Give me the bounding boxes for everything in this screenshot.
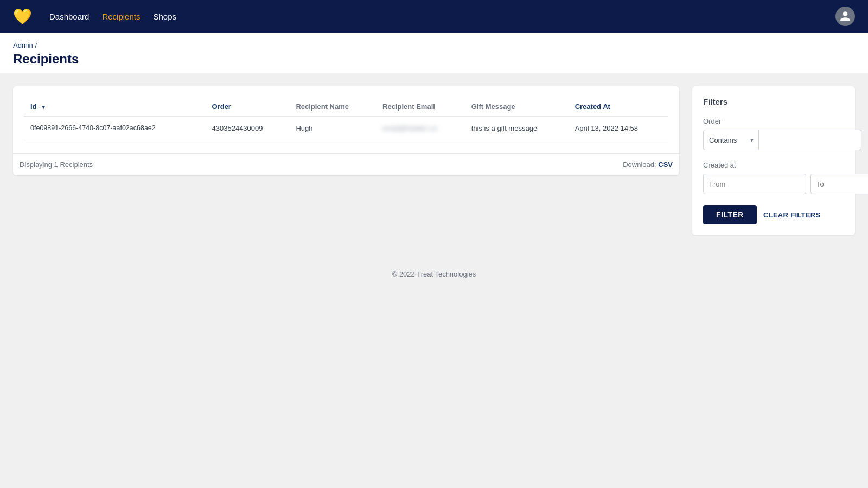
main-content: Id ▼ Order Recipient Name Recipient Emai… — [0, 73, 868, 248]
col-header-created-at[interactable]: Created At — [569, 97, 668, 117]
breadcrumb-separator: / — [35, 41, 37, 49]
navbar-left: 💛 Dashboard Recipients Shops — [13, 8, 176, 25]
filter-buttons: FILTER CLEAR FILTERS — [703, 205, 844, 224]
order-filter-select[interactable]: Contains Equals Starts with — [703, 130, 759, 150]
filter-section-order: Order Contains Equals Starts with ▼ — [703, 117, 844, 150]
page-footer: © 2022 Treat Technologies — [0, 248, 868, 300]
table-footer: Displaying 1 Recipients Download: CSV — [13, 153, 679, 175]
nav-link-dashboard[interactable]: Dashboard — [49, 12, 89, 21]
filter-select-wrapper: Contains Equals Starts with ▼ — [703, 130, 759, 150]
col-header-gift-message: Gift Message — [465, 97, 569, 117]
col-header-order[interactable]: Order — [206, 97, 290, 117]
page-title: Recipients — [13, 52, 855, 67]
breadcrumb-parent[interactable]: Admin — [13, 41, 33, 49]
col-header-recipient-email: Recipient Email — [376, 97, 465, 117]
table-row: 0fe09891-2666-4740-8c07-aaf02ac68ae2 430… — [24, 117, 668, 140]
nav-link-recipients[interactable]: Recipients — [102, 12, 140, 21]
csv-download-link[interactable]: CSV — [658, 160, 673, 169]
sort-icon: ▼ — [41, 104, 46, 110]
filter-date-row — [703, 174, 844, 194]
nav-link-shops[interactable]: Shops — [153, 12, 176, 21]
filter-created-at-label: Created at — [703, 161, 844, 169]
filter-to-input[interactable] — [810, 174, 868, 194]
order-filter-input[interactable] — [759, 130, 861, 150]
clear-filters-button[interactable]: CLEAR FILTERS — [763, 211, 821, 219]
cell-order: 4303524430009 — [206, 117, 290, 140]
filter-section-created-at: Created at — [703, 161, 844, 194]
col-header-recipient-name: Recipient Name — [289, 97, 376, 117]
recipients-table: Id ▼ Order Recipient Name Recipient Emai… — [24, 97, 668, 140]
cell-recipient-email: email@hidden.co — [376, 117, 465, 140]
download-section: Download: CSV — [623, 160, 673, 169]
blurred-email: email@hidden.co — [382, 124, 437, 132]
download-label: Download: — [623, 160, 656, 169]
filter-button[interactable]: FILTER — [703, 205, 757, 224]
filter-order-row: Contains Equals Starts with ▼ — [703, 130, 844, 150]
filter-from-input[interactable] — [703, 174, 806, 194]
footer-text: © 2022 Treat Technologies — [392, 270, 476, 278]
col-header-id[interactable]: Id ▼ — [24, 97, 206, 117]
navbar: 💛 Dashboard Recipients Shops — [0, 0, 868, 33]
filters-panel: Filters Order Contains Equals Starts wit… — [692, 86, 855, 235]
logo-icon: 💛 — [13, 8, 32, 25]
table-inner: Id ▼ Order Recipient Name Recipient Emai… — [13, 86, 679, 151]
page-header: Admin / Recipients — [0, 33, 868, 73]
cell-recipient-name: Hugh — [289, 117, 376, 140]
cell-created-at: April 13, 2022 14:58 — [569, 117, 668, 140]
display-count: Displaying 1 Recipients — [20, 160, 93, 169]
avatar[interactable] — [835, 7, 855, 26]
cell-gift-message: this is a gift message — [465, 117, 569, 140]
breadcrumb: Admin / — [13, 41, 855, 49]
table-header-row: Id ▼ Order Recipient Name Recipient Emai… — [24, 97, 668, 117]
filters-title: Filters — [703, 97, 844, 106]
cell-id: 0fe09891-2666-4740-8c07-aaf02ac68ae2 — [24, 117, 206, 140]
filter-order-label: Order — [703, 117, 844, 125]
table-card: Id ▼ Order Recipient Name Recipient Emai… — [13, 86, 679, 175]
nav-links: Dashboard Recipients Shops — [49, 12, 176, 21]
